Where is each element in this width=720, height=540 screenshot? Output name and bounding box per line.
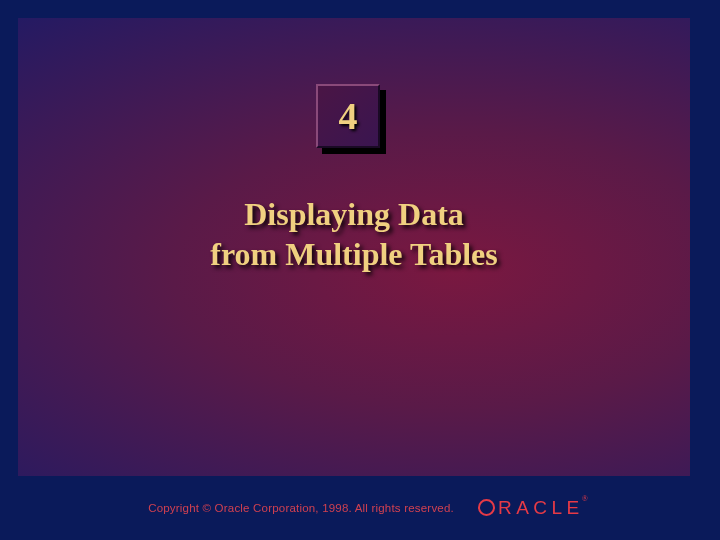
slide-frame: 4 Displaying Data from Multiple Tables C… [0, 0, 720, 540]
title-line-2: from Multiple Tables [210, 236, 497, 272]
oracle-logo-text: RACLE [478, 497, 584, 519]
oracle-logo: RACLE ® [478, 497, 590, 519]
copyright-text: Copyright © Oracle Corporation, 1998. Al… [148, 502, 454, 514]
chapter-box: 4 [316, 84, 380, 148]
chapter-number: 4 [339, 94, 358, 138]
slide-title: Displaying Data from Multiple Tables [18, 194, 690, 274]
slide-body: 4 Displaying Data from Multiple Tables [18, 18, 690, 476]
chapter-box-shadow: 4 [322, 90, 386, 154]
registered-mark: ® [582, 494, 588, 503]
oracle-o-icon [478, 499, 495, 516]
footer: Copyright © Oracle Corporation, 1998. Al… [18, 476, 720, 540]
title-line-1: Displaying Data [244, 196, 464, 232]
